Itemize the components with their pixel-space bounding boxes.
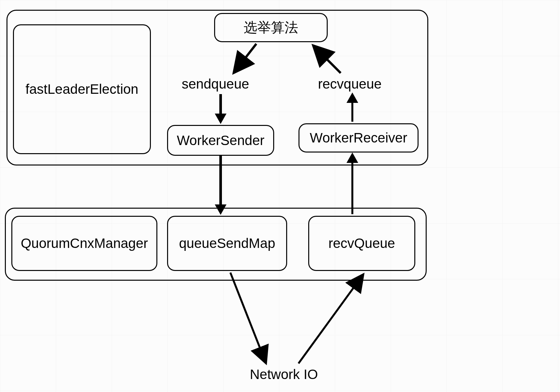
arrow-networkio-to-recvqueue bbox=[298, 274, 363, 363]
election-algo-label: 选举算法 bbox=[244, 18, 298, 37]
worker-receiver-box: WorkerReceiver bbox=[298, 123, 419, 153]
quorum-cnx-manager-box: QuorumCnxManager bbox=[11, 216, 157, 271]
queue-send-map-label: queueSendMap bbox=[179, 236, 275, 251]
recv-queue-box: recvQueue bbox=[308, 216, 415, 271]
fast-leader-election-box: fastLeaderElection bbox=[13, 24, 151, 154]
recvqueue-label: recvqueue bbox=[318, 76, 382, 92]
election-algo-box: 选举算法 bbox=[214, 13, 328, 42]
arrow-workerreceiver-to-recvqueue bbox=[351, 102, 353, 122]
worker-sender-box: WorkerSender bbox=[167, 125, 274, 156]
arrow-workersender-to-queuesendmap bbox=[219, 156, 222, 206]
arrow-sendqueue-to-workersender-head bbox=[215, 114, 226, 124]
arrow-sendqueue-to-workersender bbox=[219, 94, 222, 116]
arrow-queuesendmap-to-networkio bbox=[230, 273, 266, 363]
worker-receiver-label: WorkerReceiver bbox=[310, 130, 407, 146]
recv-queue-label: recvQueue bbox=[328, 236, 395, 251]
queue-send-map-box: queueSendMap bbox=[167, 216, 287, 271]
worker-sender-label: WorkerSender bbox=[177, 133, 264, 148]
network-io-label: Network IO bbox=[250, 367, 318, 382]
arrow-workersender-to-queuesendmap-head bbox=[215, 204, 226, 215]
arrow-recvqueuebox-to-workerreceiver bbox=[351, 162, 353, 214]
quorum-cnx-manager-label: QuorumCnxManager bbox=[21, 236, 148, 251]
fast-leader-election-label: fastLeaderElection bbox=[26, 81, 139, 97]
arrow-recvqueuebox-to-workerreceiver-head bbox=[347, 153, 358, 163]
arrow-workerreceiver-to-recvqueue-head bbox=[347, 92, 358, 103]
sendqueue-label: sendqueue bbox=[182, 76, 249, 92]
